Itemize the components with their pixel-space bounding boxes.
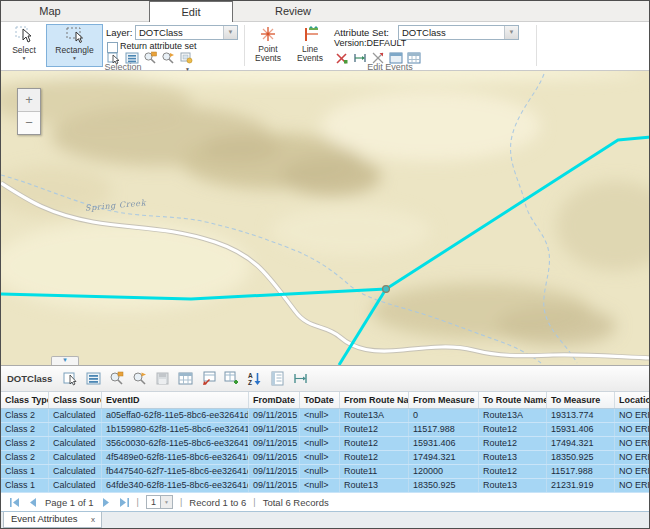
tab-map[interactable]: Map xyxy=(15,1,85,22)
return-attribute-set-label: Return attribute set xyxy=(120,41,197,51)
panel-collapse-tab[interactable]: ▼ xyxy=(51,356,79,365)
attribute-table-icon[interactable] xyxy=(178,371,193,386)
save-icon[interactable] xyxy=(155,371,170,386)
table-cell: Calculated xyxy=(49,409,102,422)
separator: | xyxy=(137,497,139,507)
attribute-set-combobox[interactable]: DOTClass ▼ xyxy=(398,25,519,40)
table-cell: 18350.925 xyxy=(547,451,615,464)
map-canvas[interactable]: Spring Creek + − ▼ xyxy=(1,71,650,366)
column-header[interactable]: EventID xyxy=(102,392,249,408)
table-cell: 17494.321 xyxy=(547,437,615,450)
column-header[interactable]: Location Error xyxy=(615,392,650,408)
table-row[interactable]: Class 1Calculated64fde340-62f8-11e5-8bc6… xyxy=(1,479,650,493)
point-events-button[interactable]: Point Events xyxy=(248,24,288,67)
column-header[interactable]: FromDate xyxy=(249,392,300,408)
select-dropdown-caret-icon[interactable]: ▼ xyxy=(5,56,43,61)
table-cell: 09/11/2015 xyxy=(249,479,300,492)
table-cell: 11517.988 xyxy=(409,423,479,436)
table-cell: Route13A xyxy=(340,409,409,422)
table-cell: 21231.919 xyxy=(547,479,615,492)
measure-icon[interactable] xyxy=(293,371,308,386)
sort-icon[interactable]: AZ xyxy=(247,371,262,386)
layer-combo-caret-icon[interactable]: ▼ xyxy=(223,26,237,39)
column-header[interactable]: From Route Name xyxy=(340,392,409,408)
previous-page-button[interactable] xyxy=(27,497,38,508)
form-view-icon[interactable] xyxy=(270,371,285,386)
zoom-out-button[interactable]: − xyxy=(18,112,40,134)
layer-combobox[interactable]: DOTClass ▼ xyxy=(135,25,238,40)
table-cell: <null> xyxy=(300,437,340,450)
table-cell: 15931.406 xyxy=(409,437,479,450)
next-page-button[interactable] xyxy=(101,497,112,508)
layer-label: Layer: xyxy=(106,27,132,38)
column-header[interactable]: From Measure xyxy=(409,392,479,408)
add-record-icon[interactable] xyxy=(224,371,239,386)
table-cell: Route13 xyxy=(340,479,409,492)
total-records-text: Total 6 Records xyxy=(263,497,329,508)
column-header[interactable]: To Route Name xyxy=(479,392,547,408)
last-page-button[interactable] xyxy=(119,497,130,508)
attribute-set-caret-icon[interactable]: ▼ xyxy=(504,26,518,39)
ribbon: Select ▼ Rectangle ▼ Layer: DOTClass ▼ R… xyxy=(1,22,649,71)
ribbon-tab-bar: Map Edit Review xyxy=(1,1,649,22)
table-title: DOTClass xyxy=(7,373,52,384)
table-cell: Route12 xyxy=(479,465,547,478)
event-attributes-panel: DOTClass AZ Class TypeClass SourceEventI… xyxy=(1,366,650,528)
table-cell: 19313.774 xyxy=(547,409,615,422)
table-cell: 09/11/2015 xyxy=(249,437,300,450)
pan-to-selection-icon[interactable] xyxy=(132,371,147,386)
table-row[interactable]: Class 2Calculated1b159980-62f8-11e5-8bc6… xyxy=(1,423,650,437)
tab-edit[interactable]: Edit xyxy=(149,1,233,22)
table-cell: Calculated xyxy=(49,451,102,464)
separator: | xyxy=(253,497,255,507)
table-cell: <null> xyxy=(300,451,340,464)
junction-vertex[interactable] xyxy=(383,286,390,293)
table-cell: Class 2 xyxy=(1,451,49,464)
table-cell: 09/11/2015 xyxy=(249,465,300,478)
table-cell: <null> xyxy=(300,423,340,436)
export-icon[interactable] xyxy=(201,371,216,386)
event-editor-window: Map Edit Review Select ▼ Rectangle ▼ Lay… xyxy=(0,0,650,529)
tab-event-attributes[interactable]: Event Attributes x xyxy=(3,512,102,528)
close-tab-icon[interactable]: x xyxy=(91,513,95,527)
tab-review[interactable]: Review xyxy=(253,1,333,22)
separator: | xyxy=(180,497,182,507)
select-records-icon[interactable] xyxy=(63,371,78,386)
table-cell: Calculated xyxy=(49,465,102,478)
show-selected-icon[interactable] xyxy=(86,371,101,386)
table-cell: Calculated xyxy=(49,479,102,492)
table-cell: Route12 xyxy=(479,437,547,450)
table-cell: 120000 xyxy=(409,465,479,478)
table-cell: 0 xyxy=(409,409,479,422)
table-cell: Class 2 xyxy=(1,437,49,450)
table-cell: Route12 xyxy=(340,423,409,436)
page-number-caret-icon[interactable]: ▼ xyxy=(161,495,173,509)
table-cell: Class 2 xyxy=(1,423,49,436)
column-header[interactable]: Class Type xyxy=(1,392,49,408)
table-cell: Route11 xyxy=(340,465,409,478)
page-number-input[interactable]: 1 xyxy=(146,495,161,509)
table-cell: NO ERROR xyxy=(615,465,650,478)
zoom-to-selection-icon[interactable] xyxy=(109,371,124,386)
table-cell: 09/11/2015 xyxy=(249,409,300,422)
table-cell: 15931.406 xyxy=(547,423,615,436)
table-toolbar: DOTClass AZ xyxy=(1,366,650,392)
basemap xyxy=(1,71,650,365)
table-row[interactable]: Class 2Calculated4f5489e0-62f8-11e5-8bc6… xyxy=(1,451,650,465)
pagination-bar: Page 1 of 1 | 1 ▼ | Record 1 to 6 | Tota… xyxy=(1,493,650,511)
first-page-button[interactable] xyxy=(9,497,20,508)
rectangle-tool-button[interactable]: Rectangle ▼ xyxy=(46,24,103,67)
table-cell: 4f5489e0-62f8-11e5-8bc6-ee32641d5ec9 xyxy=(102,451,249,464)
rectangle-dropdown-caret-icon[interactable]: ▼ xyxy=(47,56,102,61)
table-cell: 18350.925 xyxy=(409,479,479,492)
zoom-in-button[interactable]: + xyxy=(18,89,40,112)
column-header[interactable]: ToDate xyxy=(300,392,340,408)
table-cell: a05effa0-62f8-11e5-8bc6-ee32641d5ec9 xyxy=(102,409,249,422)
line-events-button[interactable]: Line Events xyxy=(290,24,330,67)
select-button[interactable]: Select ▼ xyxy=(4,24,44,67)
table-row[interactable]: Class 2Calculated356c0030-62f8-11e5-8bc6… xyxy=(1,437,650,451)
column-header[interactable]: Class Source xyxy=(49,392,102,408)
table-row[interactable]: Class 1Calculatedfb447540-62f7-11e5-8bc6… xyxy=(1,465,650,479)
column-header[interactable]: To Measure xyxy=(547,392,615,408)
table-row[interactable]: Class 2Calculateda05effa0-62f8-11e5-8bc6… xyxy=(1,409,650,423)
